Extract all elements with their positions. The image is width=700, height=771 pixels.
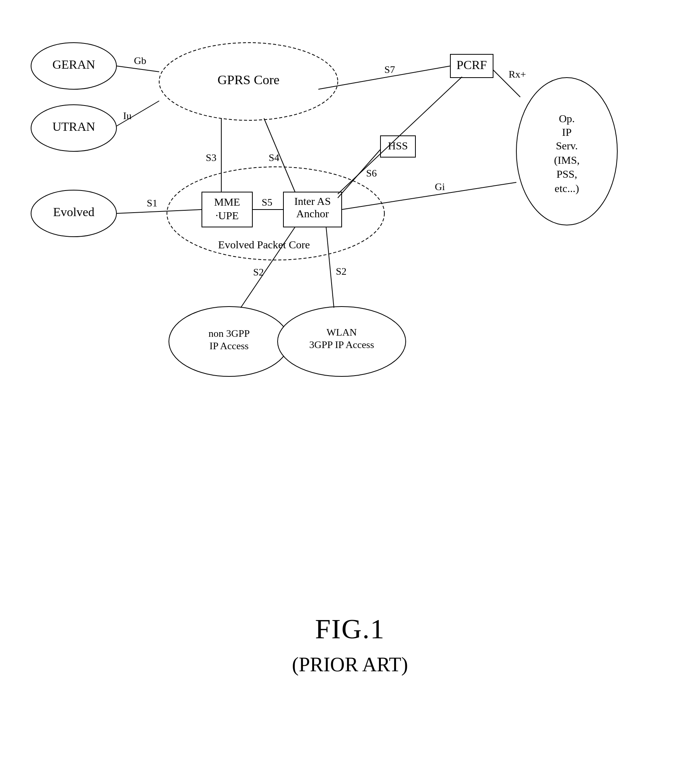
svg-text:Gb: Gb	[134, 55, 146, 66]
svg-text:UTRAN: UTRAN	[52, 120, 95, 133]
svg-text:S1: S1	[147, 198, 157, 209]
svg-text:S7: S7	[384, 64, 395, 75]
svg-line-57	[338, 77, 462, 194]
svg-text:S2: S2	[336, 266, 346, 277]
svg-text:3GPP IP Access: 3GPP IP Access	[309, 339, 374, 350]
svg-text:Anchor: Anchor	[296, 208, 329, 220]
svg-text:S4: S4	[269, 152, 279, 163]
svg-text:WLAN: WLAN	[327, 327, 357, 338]
svg-text:S6: S6	[366, 168, 377, 179]
figure-title: FIG.1	[0, 613, 700, 645]
svg-text:non 3GPP: non 3GPP	[208, 328, 250, 339]
svg-text:Iu: Iu	[123, 110, 132, 121]
svg-text:HSS: HSS	[388, 140, 408, 152]
svg-text:Evolved Packet Core: Evolved Packet Core	[218, 239, 310, 251]
svg-text:PCRF: PCRF	[457, 58, 487, 72]
figure-subtitle: (PRIOR ART)	[0, 653, 700, 676]
svg-text:S3: S3	[206, 152, 216, 163]
svg-text:Gi: Gi	[435, 181, 445, 192]
svg-text:IP: IP	[562, 126, 572, 138]
svg-text:MME: MME	[214, 196, 240, 208]
svg-text:·UPE: ·UPE	[215, 210, 239, 222]
svg-text:IP Access: IP Access	[210, 340, 249, 352]
svg-text:GERAN: GERAN	[52, 57, 95, 71]
diagram-area: GERAN UTRAN Evolved GPRS Core Evolved Pa…	[23, 16, 676, 442]
svg-text:Inter AS: Inter AS	[294, 195, 331, 207]
svg-text:Rx+: Rx+	[509, 69, 526, 80]
svg-text:Op.: Op.	[559, 113, 575, 125]
svg-text:Serv.: Serv.	[556, 140, 578, 152]
svg-text:GPRS Core: GPRS Core	[217, 73, 280, 87]
svg-text:PSS,: PSS,	[556, 168, 577, 180]
svg-line-33	[116, 66, 159, 72]
svg-text:etc...): etc...)	[555, 182, 579, 194]
svg-text:S5: S5	[262, 197, 272, 208]
caption-area: FIG.1 (PRIOR ART)	[0, 613, 700, 676]
svg-text:(IMS,: (IMS,	[554, 154, 580, 166]
svg-text:Evolved: Evolved	[53, 205, 95, 219]
svg-text:S2: S2	[253, 267, 264, 278]
